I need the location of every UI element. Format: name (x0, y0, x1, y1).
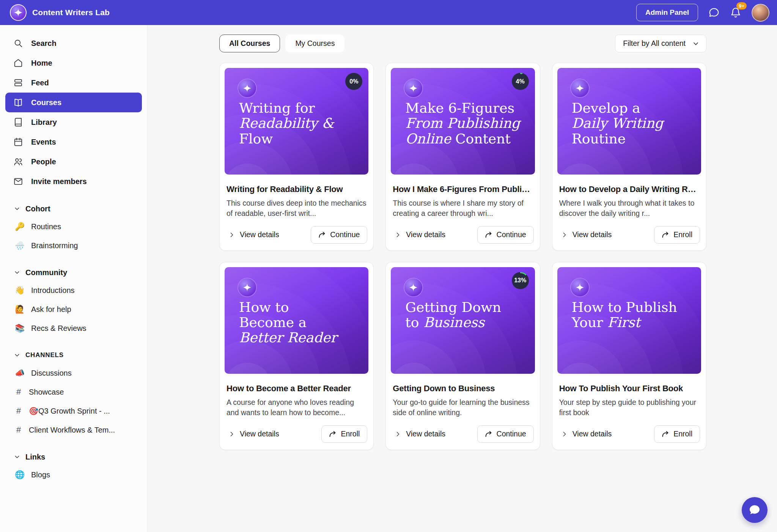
sidebar-item-recs-reviews[interactable]: 📚 Recs & Reviews (5, 319, 142, 338)
card-body: How To Publish Your First Book Your step… (552, 374, 706, 450)
admin-panel-button[interactable]: Admin Panel (636, 4, 698, 21)
view-details-label: View details (240, 230, 279, 239)
sidebar-item-blogs[interactable]: 🌐 Blogs (5, 465, 142, 484)
brand[interactable]: Content Writers Lab (10, 4, 110, 21)
notifications-button[interactable]: 9+ (730, 7, 741, 18)
continue-button[interactable]: Continue (311, 226, 367, 244)
tab-all-courses[interactable]: All Courses (219, 35, 280, 52)
course-grid: Writing forReadability &Flow 0% Writing … (219, 63, 706, 450)
course-title: Getting Down to Business (393, 384, 533, 393)
section-header-channels[interactable]: CHANNELS (5, 347, 142, 364)
card-body: Getting Down to Business Your go-to guid… (386, 374, 539, 450)
section-header-community[interactable]: Community (5, 264, 142, 281)
course-title: How to Develop a Daily Writing Rout... (559, 184, 699, 194)
card-body: How I Make 6-Figures From Publishi... Th… (386, 175, 539, 250)
enroll-button[interactable]: Enroll (654, 226, 700, 244)
sidebar-item-courses[interactable]: Courses (5, 93, 142, 112)
tab-my-courses[interactable]: My Courses (285, 35, 344, 52)
sidebar-item-client-workflows[interactable]: # Client Workflows & Tem... (5, 420, 142, 439)
chevron-right-icon (394, 430, 402, 438)
section-title: CHANNELS (25, 351, 64, 359)
sidebar-item-label: Search (31, 39, 57, 48)
sidebar-section-channels: CHANNELS 📣 Discussions # Showcase # 🎯Q3 … (5, 347, 142, 439)
course-description: This course is where I share my story of… (393, 198, 533, 219)
arrow-icon (329, 431, 337, 438)
books-emoji-icon: 📚 (14, 324, 25, 333)
arrow-icon (318, 231, 326, 238)
sidebar-item-discussions[interactable]: 📣 Discussions (5, 364, 142, 382)
library-icon (13, 117, 23, 127)
sidebar-item-library[interactable]: Library (5, 112, 142, 132)
sidebar-item-introductions[interactable]: 👋 Introductions (5, 281, 142, 300)
messages-button[interactable] (708, 7, 720, 18)
course-description: Your go-to guide for learning the busine… (393, 397, 533, 418)
view-details-button[interactable]: View details (226, 430, 279, 438)
key-emoji-icon: 🔑 (14, 222, 25, 231)
continue-button[interactable]: Continue (477, 425, 534, 443)
course-cover[interactable]: Getting Downto Business 13% (391, 267, 535, 374)
chevron-down-icon (13, 205, 21, 212)
view-details-label: View details (406, 430, 445, 438)
course-title: How to Become a Better Reader (226, 384, 366, 393)
card-footer: View details Continue (392, 219, 533, 244)
course-logo-icon (571, 79, 589, 97)
continue-button[interactable]: Continue (477, 226, 534, 244)
view-details-button[interactable]: View details (392, 230, 445, 239)
chevron-down-icon (13, 269, 21, 276)
app-title: Content Writers Lab (32, 8, 110, 17)
sidebar-item-events[interactable]: Events (5, 132, 142, 152)
course-cover[interactable]: Make 6-FiguresFrom PublishingOnline Cont… (391, 68, 535, 175)
view-details-button[interactable]: View details (226, 230, 279, 239)
progress-text: 13% (514, 277, 526, 284)
sidebar-item-search[interactable]: Search (5, 33, 142, 53)
section-title: Cohort (25, 205, 50, 213)
view-details-button[interactable]: View details (558, 430, 612, 438)
sidebar-item-label: Recs & Reviews (31, 324, 87, 333)
action-label: Enroll (673, 430, 692, 438)
course-title: Writing for Readability & Flow (226, 184, 366, 194)
sidebar-item-showcase[interactable]: # Showcase (5, 382, 142, 401)
user-avatar[interactable] (752, 4, 769, 22)
filter-dropdown[interactable]: Filter by All content (615, 35, 706, 52)
topbar-actions: Admin Panel 9+ (636, 4, 769, 22)
section-header-cohort[interactable]: Cohort (5, 200, 142, 217)
sidebar-item-people[interactable]: People (5, 152, 142, 172)
sidebar-item-label: Library (31, 118, 57, 127)
card-body: How to Become a Better Reader A course f… (220, 374, 373, 450)
course-cover[interactable]: Develop aDaily WritingRoutine (557, 68, 701, 175)
sidebar-item-invite-members[interactable]: Invite members (5, 172, 142, 191)
arrow-icon (485, 231, 492, 238)
app-logo-icon (10, 4, 27, 21)
view-details-button[interactable]: View details (392, 430, 445, 438)
sidebar: Search Home Feed Courses Library Events … (0, 25, 148, 532)
view-details-button[interactable]: View details (558, 230, 612, 239)
course-cover[interactable]: How toBecome aBetter Reader (225, 267, 368, 374)
enroll-button[interactable]: Enroll (321, 425, 367, 443)
course-card: Make 6-FiguresFrom PublishingOnline Cont… (385, 63, 540, 251)
cover-title: How toBecome aBetter Reader (239, 300, 358, 346)
enroll-button[interactable]: Enroll (654, 425, 700, 443)
sidebar-item-ask-for-help[interactable]: 🙋 Ask for help (5, 300, 142, 319)
card-footer: View details Enroll (558, 418, 700, 443)
chat-widget-button[interactable] (742, 497, 768, 523)
filter-label: Filter by All content (623, 39, 686, 48)
cover-title: Make 6-FiguresFrom PublishingOnline Cont… (405, 101, 524, 146)
sidebar-item-label: Invite members (31, 177, 87, 186)
sidebar-item-feed[interactable]: Feed (5, 73, 142, 93)
sidebar-item-q3-growth-sprint[interactable]: # 🎯Q3 Growth Sprint - ... (5, 401, 142, 420)
view-details-label: View details (573, 430, 612, 438)
course-card: Getting Downto Business 13% Getting Down… (385, 262, 540, 450)
sidebar-item-label: Ask for help (31, 305, 71, 314)
course-title: How I Make 6-Figures From Publishi... (393, 184, 533, 194)
people-icon (13, 157, 23, 167)
course-description: Where I walk you through what it takes t… (559, 198, 699, 219)
section-header-links[interactable]: Links (5, 449, 142, 465)
course-cover[interactable]: Writing forReadability &Flow 0% (225, 68, 368, 175)
sidebar-item-routines[interactable]: 🔑 Routines (5, 217, 142, 236)
sidebar-item-brainstorming[interactable]: 🌧️ Brainstorming (5, 236, 142, 255)
section-title: Community (25, 268, 67, 277)
course-logo-icon (404, 79, 422, 97)
chevron-down-icon (13, 351, 21, 359)
course-cover[interactable]: How to PublishYour First (557, 267, 701, 374)
sidebar-item-home[interactable]: Home (5, 53, 142, 73)
